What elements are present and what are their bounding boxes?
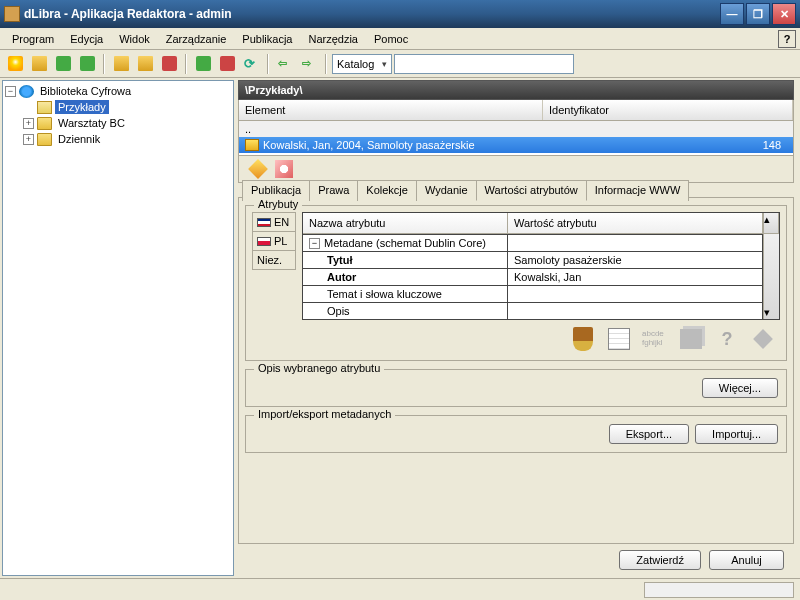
langtab-en[interactable]: EN	[252, 212, 296, 232]
toolbar-back[interactable]: ⇦	[274, 53, 296, 75]
folder-open-icon	[37, 101, 52, 114]
tree-item-dziennik[interactable]: + Dziennik	[23, 131, 231, 147]
col-identyfikator[interactable]: Identyfikator	[543, 100, 793, 120]
tree-item-przyklady[interactable]: Przykłady	[23, 99, 231, 115]
attr-col-name: Nazwa atrybutu	[303, 213, 508, 234]
sidebar-tree[interactable]: − Biblioteka Cyfrowa Przykłady + Warszta…	[2, 80, 234, 576]
diamond-icon[interactable]	[750, 326, 776, 352]
title-bar: dLibra - Aplikacja Redaktora - admin ― ❐…	[0, 0, 800, 28]
status-well	[644, 582, 794, 598]
toolbar-new-1[interactable]	[4, 53, 26, 75]
menu-bar: Program Edycja Widok Zarządzanie Publika…	[0, 28, 800, 50]
toolbar: ⟳ ⇦ ⇨ Katalog	[0, 50, 800, 78]
mini-toolbar	[238, 156, 794, 183]
fieldset-atrybuty: Atrybuty EN PL Niez. Nazwa atrybutu Wart…	[245, 205, 787, 361]
tab-atrybuty[interactable]: Wartości atrybutów	[476, 180, 587, 201]
langtab-niez[interactable]: Niez.	[252, 250, 296, 270]
minimize-button[interactable]: ―	[720, 3, 744, 25]
fieldset-import: Import/eksport metadanych Eksport... Imp…	[245, 415, 787, 453]
folder-icon	[245, 139, 259, 151]
importuj-button[interactable]: Importuj...	[695, 424, 778, 444]
text-icon[interactable]: abcde fghijkl	[642, 326, 668, 352]
maximize-button[interactable]: ❐	[746, 3, 770, 25]
list-body[interactable]: .. Kowalski, Jan, 2004, Samoloty pasażer…	[238, 121, 794, 156]
menu-narzedzia[interactable]: Narzędzia	[300, 30, 366, 48]
wiecej-button[interactable]: Więcej...	[702, 378, 778, 398]
globe-icon	[19, 85, 34, 98]
tab-kolekcje[interactable]: Kolekcje	[357, 180, 417, 201]
list-row-parent[interactable]: ..	[239, 121, 793, 137]
status-bar	[0, 578, 800, 600]
list-header: Element Identyfikator	[238, 100, 794, 121]
list-row-selected[interactable]: Kowalski, Jan, 2004, Samoloty pasażerski…	[239, 137, 793, 153]
stack-icon[interactable]	[678, 326, 704, 352]
toolbar-catalog-combo[interactable]: Katalog	[332, 54, 392, 74]
scrollbar[interactable]: ▾	[763, 234, 779, 319]
menu-program[interactable]: Program	[4, 30, 62, 48]
attr-row-group[interactable]: −Metadane (schemat Dublin Core)	[303, 234, 763, 251]
attribute-table[interactable]: Nazwa atrybutu Wartość atrybutu ▴ −Metad…	[302, 212, 780, 320]
folder-icon	[37, 133, 52, 146]
langtab-pl[interactable]: PL	[252, 231, 296, 251]
attr-col-value: Wartość atrybutu	[508, 213, 763, 234]
attr-row-tytul[interactable]: Tytuł Samoloty pasażerskie	[303, 251, 763, 268]
app-icon	[4, 6, 20, 22]
attr-row-opis[interactable]: Opis	[303, 302, 763, 319]
attr-row-autor[interactable]: Autor Kowalski, Jan	[303, 268, 763, 285]
tree-expand-icon[interactable]: +	[23, 134, 34, 145]
menu-widok[interactable]: Widok	[111, 30, 158, 48]
toolbar-btn-6[interactable]	[134, 53, 156, 75]
anuluj-button[interactable]: Anuluj	[709, 550, 784, 570]
tree-collapse-icon[interactable]: −	[5, 86, 16, 97]
broom-icon[interactable]	[570, 326, 596, 352]
menu-pomoc[interactable]: Pomoc	[366, 30, 416, 48]
toolbar-new-2[interactable]	[28, 53, 50, 75]
menu-edycja[interactable]: Edycja	[62, 30, 111, 48]
toolbar-btn-5[interactable]	[110, 53, 132, 75]
help-icon[interactable]: ?	[778, 30, 796, 48]
tree-item-warsztaty[interactable]: + Warsztaty BC	[23, 115, 231, 131]
toolbar-refresh[interactable]: ⟳	[240, 53, 262, 75]
menu-publikacja[interactable]: Publikacja	[234, 30, 300, 48]
zatwierdz-button[interactable]: Zatwierdź	[619, 550, 701, 570]
tree-root[interactable]: − Biblioteka Cyfrowa	[5, 83, 231, 99]
folder-icon	[37, 117, 52, 130]
eksport-button[interactable]: Eksport...	[609, 424, 689, 444]
window-title: dLibra - Aplikacja Redaktora - admin	[24, 7, 720, 21]
close-button[interactable]: ✕	[772, 3, 796, 25]
col-element[interactable]: Element	[239, 100, 543, 120]
toolbar-search-input[interactable]	[394, 54, 574, 74]
toolbar-delete[interactable]	[158, 53, 180, 75]
tab-pane: Publikacja Prawa Kolekcje Wydanie Wartoś…	[238, 197, 794, 544]
menu-zarzadzanie[interactable]: Zarządzanie	[158, 30, 235, 48]
path-bar: \Przykłady\	[238, 80, 794, 100]
attr-row-temat[interactable]: Temat i słowa kluczowe	[303, 285, 763, 302]
tab-www[interactable]: Informacje WWW	[586, 180, 690, 201]
toolbar-btn-8[interactable]	[192, 53, 214, 75]
toolbar-btn-9[interactable]	[216, 53, 238, 75]
tab-wydanie[interactable]: Wydanie	[416, 180, 477, 201]
table-icon[interactable]	[606, 326, 632, 352]
flag-pl-icon	[257, 237, 271, 246]
tree-expand-icon[interactable]: +	[23, 118, 34, 129]
fieldset-opis: Opis wybranego atrybutu Więcej...	[245, 369, 787, 407]
question-icon[interactable]: ?	[714, 326, 740, 352]
mini-diamond-icon[interactable]	[249, 160, 267, 178]
tab-prawa[interactable]: Prawa	[309, 180, 358, 201]
toolbar-forward[interactable]: ⇨	[298, 53, 320, 75]
mini-cancel-icon[interactable]	[275, 160, 293, 178]
toolbar-new-4[interactable]	[76, 53, 98, 75]
toolbar-new-3[interactable]	[52, 53, 74, 75]
flag-en-icon	[257, 218, 271, 227]
